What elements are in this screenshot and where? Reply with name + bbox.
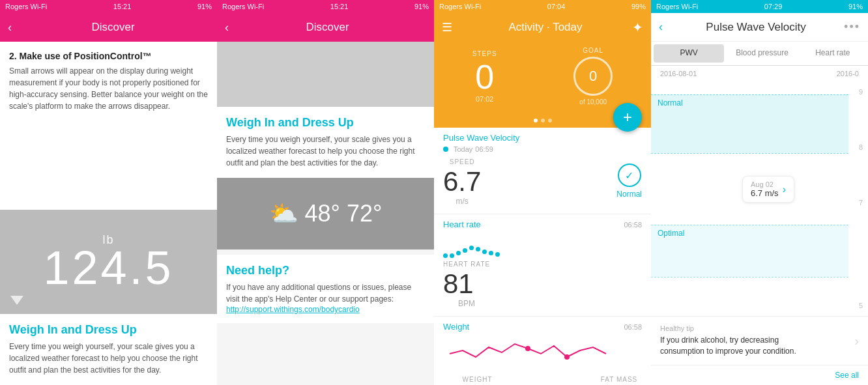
status-bar-3: Rogers Wi-Fi 07:04 99%	[434, 0, 651, 13]
chevron-right-icon: ›	[783, 184, 786, 195]
scale-value: 124.5	[43, 244, 173, 291]
hr-dot-2	[450, 253, 454, 258]
pwv-badge: ✓ Normal	[616, 158, 642, 199]
hr-dot-4	[463, 248, 467, 253]
battery-1: 91%	[197, 3, 212, 10]
check-icon: ✓	[618, 164, 641, 187]
weight-title: Weight	[443, 322, 469, 332]
content-1: 2. Make use of PositionControl™ Small ar…	[0, 42, 217, 210]
carrier-1: Rogers Wi-Fi	[5, 3, 47, 10]
bottom-section-1: Weigh In and Dress Up Every time you wei…	[0, 314, 217, 385]
bottom-text-1: Every time you weigh yourself, your scal…	[9, 341, 208, 376]
y-label-5: 5	[859, 302, 863, 309]
pwv-body: SPEED 6.7 m/s ✓ Normal	[434, 156, 651, 214]
bottom-title-1: Weigh In and Dress Up	[9, 323, 208, 337]
date-start: 2016-08-01	[660, 70, 697, 78]
hr-dot-3	[456, 251, 461, 255]
weight-label: WEIGHT	[443, 376, 512, 383]
data-card-date: Aug 02	[751, 180, 779, 188]
battery-4: 91%	[848, 3, 863, 10]
dashed-optimal-top	[651, 225, 848, 225]
data-card-info: Aug 02 6.7 m/s	[751, 180, 779, 198]
time-1: 15:21	[113, 3, 132, 10]
goal-of: of 10,000	[573, 98, 613, 106]
hr-header: Heart rate 06:58	[434, 214, 651, 232]
today-sublabel: Today	[454, 145, 472, 153]
data-card: Aug 02 6.7 m/s ›	[742, 176, 794, 203]
panel-activity: Rogers Wi-Fi 07:04 99% ☰ Activity · Toda…	[434, 0, 651, 385]
hr-dot-9	[495, 252, 500, 257]
more-button[interactable]: •••	[844, 20, 860, 34]
speed-label: SPEED	[443, 158, 481, 165]
weight-point	[564, 354, 570, 360]
speed-unit: m/s	[443, 197, 481, 206]
tab-blood-pressure[interactable]: Blood pressure	[727, 42, 797, 65]
help-link[interactable]: http://support.withings.com/bodycardio	[226, 305, 425, 314]
back-button-4[interactable]: ‹	[659, 20, 663, 34]
weight-body: WEIGHT 196.4 lb FAT MASS 19.8 %	[434, 373, 651, 385]
hr-values: HEART RATE 81 BPM	[443, 261, 490, 308]
tab-pwv[interactable]: PWV	[654, 44, 724, 63]
image-placeholder-top	[217, 42, 434, 107]
y-label-9: 9	[859, 88, 863, 96]
dashed-optimal-bottom	[651, 277, 848, 278]
steps-column: STEPS 0 07:02	[472, 50, 497, 103]
y-label-8: 8	[859, 143, 863, 151]
hr-title: Heart rate	[443, 220, 481, 229]
weight-svg	[443, 334, 639, 370]
block-text-2: Every time you weigh yourself, your scal…	[226, 134, 425, 169]
goal-value: 0	[589, 68, 597, 85]
normal-label: Normal	[651, 94, 848, 111]
panel-discover-1: Rogers Wi-Fi 15:21 91% ‹ Discover 2. Mak…	[0, 0, 217, 385]
nav-bar-4: ‹ Pulse Wave Velocity •••	[651, 13, 868, 42]
chevron-tip-icon: ›	[854, 334, 859, 349]
fat-label: FAT MASS	[596, 376, 642, 383]
date-end: 2016-0	[837, 70, 859, 78]
optimal-label: Optimal	[651, 225, 848, 242]
pwv-dot	[443, 147, 448, 152]
image-placeholder-weather: ⛅ 48° 72°	[217, 178, 434, 250]
goal-label: GOAL	[573, 47, 613, 54]
battery-3: 99%	[631, 3, 646, 10]
goal-column: GOAL 0 of 10,000	[573, 47, 613, 106]
weight-section: Weight 06:58 WEIGHT 196.4 lb FAT MASS	[434, 317, 651, 385]
optimal-band: Optimal	[651, 225, 848, 277]
dot-2	[541, 119, 545, 122]
nav-bar-2: ‹ Discover	[217, 13, 434, 42]
status-bar-2: Rogers Wi-Fi 15:21 91%	[217, 0, 434, 13]
fab-button[interactable]: +	[613, 103, 642, 132]
steps-time: 07:02	[472, 95, 497, 103]
see-all-row: See all	[651, 365, 868, 385]
time-3: 07:04	[547, 3, 566, 10]
tip-label: Healthy tip	[660, 324, 817, 332]
weight-chart	[434, 334, 651, 373]
carrier-2: Rogers Wi-Fi	[222, 3, 264, 10]
time-2: 15:21	[330, 3, 349, 10]
time-4: 07:29	[764, 3, 783, 10]
tab-heart-rate[interactable]: Heart rate	[798, 42, 868, 65]
pwv-chart-area: 9 8 7 5 Normal Optimal Aug 02 6.7 m/s	[651, 81, 868, 316]
pwv-title: Pulse Wave Velocity	[443, 133, 519, 143]
help-title: Need help?	[226, 264, 425, 278]
carrier-4: Rogers Wi-Fi	[656, 3, 698, 10]
carrier-3: Rogers Wi-Fi	[439, 3, 481, 10]
star-icon[interactable]: ✦	[632, 20, 643, 35]
nav-bar-1: ‹ Discover	[0, 13, 217, 42]
normal-band: Normal	[651, 94, 848, 153]
steps-value: 0	[472, 60, 497, 94]
help-text: If you have any additional questions or …	[226, 281, 425, 305]
nav-title-2: Discover	[229, 21, 426, 34]
tab-bar: PWV Blood pressure Heart rate	[651, 42, 868, 66]
hr-dot-1	[443, 253, 448, 258]
nav-title-4: Pulse Wave Velocity	[668, 21, 844, 34]
back-button-1[interactable]: ‹	[8, 21, 12, 35]
see-all-button[interactable]: See all	[835, 371, 859, 380]
tip-text: If you drink alcohol, try decreasing con…	[660, 335, 817, 357]
speed-value: 6.7	[443, 168, 481, 195]
help-block: Need help? If you have any additional qu…	[217, 255, 434, 323]
menu-icon[interactable]: ☰	[442, 20, 452, 35]
section-text-1: Small arrows will appear on the display …	[9, 65, 208, 112]
dashed-bottom	[651, 153, 848, 154]
hr-unit: BPM	[443, 299, 490, 308]
tip-content: Healthy tip If you drink alcohol, try de…	[660, 324, 817, 357]
